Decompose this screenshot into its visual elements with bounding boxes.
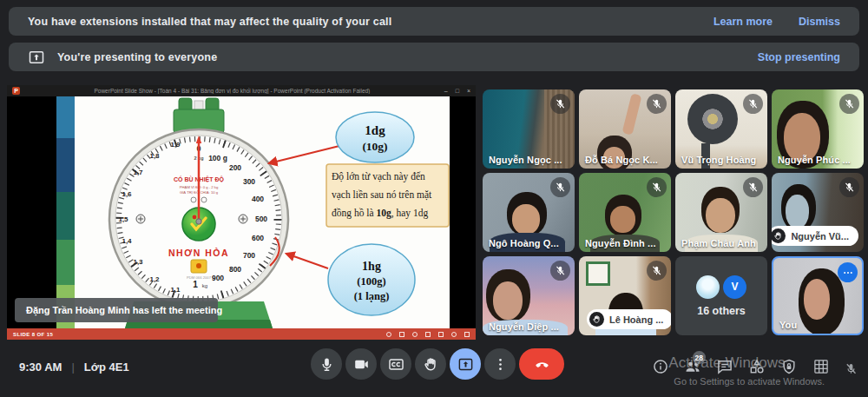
avatar-stack: V xyxy=(696,275,746,299)
others-tile[interactable]: V 16 others xyxy=(675,256,767,335)
participant-name: Ngô Hoàng Q... xyxy=(489,238,559,248)
note-box: Độ lớn từ vạch này đến vạch liền sau nó … xyxy=(326,164,449,227)
others-count-label: 16 others xyxy=(697,305,746,317)
participant-name: Đỗ Bá Ngọc K... xyxy=(585,155,658,165)
people-icon xyxy=(684,363,701,378)
muted-mic-icon xyxy=(647,94,667,114)
video-scene xyxy=(512,204,540,235)
presenting-message: You're presenting to everyone xyxy=(57,51,217,63)
callout-1hg: 1hg (100g) (1 lạng) xyxy=(328,244,415,315)
stop-presenting-link[interactable]: Stop presenting xyxy=(758,51,840,63)
callout-1dg: 1dg (10g) xyxy=(336,112,414,162)
participant-tile[interactable]: Phạm Châu Anh xyxy=(675,173,767,252)
participant-tile[interactable]: Nguyễn Vũ... xyxy=(772,173,864,252)
close-button[interactable]: × xyxy=(467,88,470,94)
svg-text:PDM 066 2007: PDM 066 2007 xyxy=(187,275,212,280)
grid-view-button[interactable] xyxy=(812,358,830,375)
powerpoint-icon: P xyxy=(12,87,20,95)
people-count-badge: 28 xyxy=(693,351,706,364)
shared-presentation[interactable]: P PowerPoint Slide Show - [Toán 4 - Bài … xyxy=(7,85,476,340)
divider: | xyxy=(71,361,74,374)
participant-tile[interactable]: Nguyễn Diệp ... xyxy=(483,256,575,335)
maximize-button[interactable]: □ xyxy=(456,88,459,94)
slide-illustration: 0 2 kg 100 g 200 300 400 500 600 700 800… xyxy=(7,96,476,328)
svg-text:(10g): (10g) xyxy=(362,140,387,153)
end-call-button[interactable] xyxy=(519,348,564,380)
minimize-button[interactable]: – xyxy=(444,88,448,94)
presenting-banner: You're presenting to everyone Stop prese… xyxy=(9,43,859,71)
muted-mic-icon xyxy=(839,177,859,197)
meet-toolbar: 9:30 AM | Lớp 4E1 28 Activate Windows Go… xyxy=(0,340,868,397)
participant-tile[interactable]: Lê Hoàng ... xyxy=(579,256,671,335)
svg-text:400: 400 xyxy=(252,195,264,203)
present-button[interactable] xyxy=(450,348,481,380)
muted-mic-indicator xyxy=(845,362,858,375)
svg-text:200: 200 xyxy=(229,163,241,172)
participant-tile[interactable]: Nguyễn Ngọc ... xyxy=(483,89,575,169)
clock: 9:30 AM xyxy=(19,361,62,374)
svg-text:1,3: 1,3 xyxy=(133,258,143,266)
avatar: V xyxy=(723,275,746,299)
powerpoint-titlebar: P PowerPoint Slide Show - [Toán 4 - Bài … xyxy=(7,85,476,96)
learn-more-link[interactable]: Learn more xyxy=(713,16,773,28)
camera-button[interactable] xyxy=(345,348,377,380)
svg-text:500: 500 xyxy=(255,215,267,223)
participant-name: Lê Hoàng ... xyxy=(609,314,663,325)
self-view-tile[interactable]: You xyxy=(772,256,864,335)
powerpoint-window-title: PowerPoint Slide Show - [Toán 4 - Bài 31… xyxy=(20,88,444,94)
participant-name: Nguyễn Ngọc ... xyxy=(489,155,562,165)
captions-button[interactable] xyxy=(380,348,411,380)
chat-button[interactable] xyxy=(716,358,733,375)
svg-text:800: 800 xyxy=(229,265,241,274)
svg-text:600: 600 xyxy=(252,234,264,242)
participant-name: Nguyễn Phúc ... xyxy=(778,155,851,165)
svg-text:300: 300 xyxy=(243,177,255,186)
muted-mic-icon xyxy=(550,261,570,281)
participant-tile[interactable]: Vũ Trọng Hoàng xyxy=(675,89,767,169)
more-options-button[interactable] xyxy=(484,348,516,380)
raised-hand-pill: Lê Hoàng ... xyxy=(587,309,671,329)
video-scene xyxy=(786,195,810,228)
tile-more-options-button[interactable] xyxy=(838,262,858,282)
people-button[interactable]: 28 xyxy=(684,358,701,375)
svg-text:100 g: 100 g xyxy=(208,154,227,162)
participant-tile[interactable]: Nguyễn Đình ... xyxy=(579,173,671,252)
meeting-details-button[interactable] xyxy=(652,358,669,375)
participant-tile[interactable]: Ngô Hoàng Q... xyxy=(483,173,575,252)
svg-text:1hg: 1hg xyxy=(362,260,381,273)
muted-mic-icon xyxy=(743,94,763,114)
muted-mic-icon xyxy=(647,261,667,281)
participant-name: Nguyễn Đình ... xyxy=(585,238,656,248)
svg-text:(1 lạng): (1 lạng) xyxy=(354,290,390,302)
participant-tile[interactable]: Nguyễn Phúc ... xyxy=(772,89,864,169)
participant-name: Phạm Châu Anh xyxy=(681,238,756,248)
slide-counter: SLIDE 8 OF 15 xyxy=(13,332,53,337)
participant-tile[interactable]: Đỗ Bá Ngọc K... xyxy=(579,89,671,169)
present-icon xyxy=(28,49,45,66)
panel-controls: 28 Activate Windows Go to Settings to ac… xyxy=(652,358,858,375)
presenter-toolbar-icons[interactable] xyxy=(386,332,470,337)
participant-grid: Nguyễn Ngọc ... Đỗ Bá Ngọc K... Vũ Trọng… xyxy=(483,89,864,340)
slide-canvas: 0 2 kg 100 g 200 300 400 500 600 700 800… xyxy=(7,96,476,328)
svg-text:1,9: 1,9 xyxy=(170,141,181,149)
dismiss-link[interactable]: Dismiss xyxy=(799,16,840,28)
banner-message: You have extensions installed that may a… xyxy=(28,16,391,28)
meeting-name: Lớp 4E1 xyxy=(84,361,129,374)
svg-text:(100g): (100g) xyxy=(357,275,385,288)
presenter-statusbar: SLIDE 8 OF 15 xyxy=(7,328,476,340)
slide-color-strip xyxy=(56,96,75,328)
toast-message: Đặng Trần Hoàng Minh has left the meetin… xyxy=(26,305,222,315)
video-scene xyxy=(622,94,642,136)
activities-button[interactable] xyxy=(748,358,766,375)
svg-text:1,7: 1,7 xyxy=(133,169,143,176)
svg-text:NHƠN HÒA: NHƠN HÒA xyxy=(168,248,229,258)
raised-hand-pill: Nguyễn Vũ... xyxy=(772,226,858,246)
hand-icon xyxy=(589,312,604,327)
muted-mic-icon xyxy=(550,177,570,197)
hand-icon xyxy=(772,228,786,243)
host-controls-button[interactable] xyxy=(780,358,798,375)
raise-hand-button[interactable] xyxy=(415,348,446,380)
participant-name: Nguyễn Vũ... xyxy=(791,231,849,242)
avatar xyxy=(696,275,720,299)
mic-button[interactable] xyxy=(311,348,342,380)
